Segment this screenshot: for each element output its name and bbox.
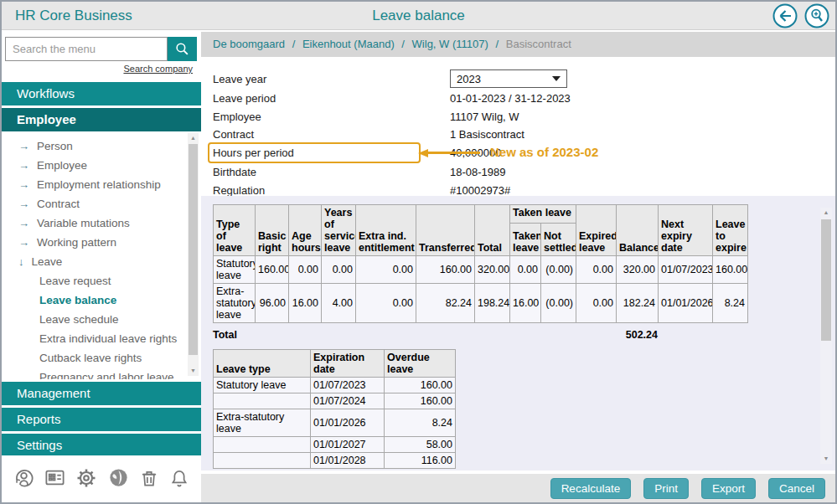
breadcrumb-company[interactable]: De boomgaard bbox=[213, 38, 285, 50]
settings-button[interactable] bbox=[75, 466, 98, 492]
scroll-up-icon[interactable]: ▲ bbox=[188, 133, 199, 143]
search-company-link[interactable]: Search company bbox=[123, 64, 193, 74]
leave-year-label: Leave year bbox=[213, 73, 450, 85]
sidebar: Search company Workflows Employee →Perso… bbox=[2, 30, 201, 502]
user-switch-icon bbox=[13, 466, 35, 489]
sidebar-item-leave-schedule[interactable]: Leave schedule bbox=[2, 310, 201, 329]
chevron-down-icon bbox=[552, 76, 561, 81]
print-button[interactable]: Print bbox=[643, 478, 689, 499]
search-icon bbox=[174, 41, 190, 57]
leave-period-label: Leave period bbox=[213, 92, 450, 105]
data-grid-icon bbox=[44, 466, 66, 489]
sidebar-item-person[interactable]: →Person bbox=[2, 136, 201, 156]
breadcrumb: De boomgaard / Eikenhout (Maand) / Wilg,… bbox=[201, 32, 835, 57]
regulation-label: Regulation bbox=[213, 184, 450, 197]
sidebar-item-leave-request[interactable]: Leave request bbox=[2, 271, 201, 291]
sidebar-item-employment-relationship[interactable]: →Employment relationship bbox=[2, 175, 201, 194]
sidebar-item-extra-individual-leave-rights[interactable]: Extra individual leave rights bbox=[2, 329, 201, 348]
search-button[interactable] bbox=[168, 37, 197, 61]
sidebar-section-workflows[interactable]: Workflows bbox=[2, 82, 201, 105]
contract-label: Contract bbox=[213, 128, 450, 141]
magnifier-plus-icon bbox=[804, 3, 829, 28]
col-years-of-service-leave: Years of service leave bbox=[322, 205, 356, 256]
sidebar-item-variable-mutations[interactable]: →Variable mutations bbox=[2, 213, 201, 233]
sidebar-section-management[interactable]: Management bbox=[2, 382, 201, 405]
col-group-taken-leave: Taken leave bbox=[510, 205, 576, 224]
employee-value: 11107 Wilg, W bbox=[450, 111, 519, 123]
content-scrollbar[interactable]: ▲ ▼ bbox=[820, 208, 832, 464]
arrow-right-icon: → bbox=[18, 217, 29, 229]
table-row: Statutory leave 01/07/2023 160.00 bbox=[214, 378, 456, 393]
col-age-hours: Age hours bbox=[289, 205, 322, 256]
app-window: HR Core Business Leave balance bbox=[0, 0, 837, 504]
col-total: Total bbox=[475, 205, 510, 256]
form-row-birthdate: Birthdate 18-08-1989 bbox=[213, 163, 835, 182]
notifications-button[interactable] bbox=[168, 467, 190, 491]
table-row: Extra-statutory leave 01/01/2026 8.24 bbox=[214, 409, 456, 437]
arrow-right-icon: → bbox=[18, 236, 29, 249]
scroll-down-icon[interactable]: ▼ bbox=[820, 454, 832, 464]
col-overdue-leave: Overdue leave bbox=[385, 350, 456, 378]
content-scrollbar-thumb[interactable] bbox=[821, 219, 831, 341]
globe-button[interactable] bbox=[107, 466, 130, 491]
data-grid-button[interactable] bbox=[44, 466, 66, 491]
sidebar-item-leave[interactable]: ↓Leave bbox=[2, 252, 201, 271]
col-expiration-date: Expiration date bbox=[311, 350, 385, 378]
sidebar-scrollbar-thumb[interactable] bbox=[189, 144, 198, 355]
regulation-value: #10002973# bbox=[450, 184, 510, 197]
table-row: 01/07/2024 160.00 bbox=[214, 393, 456, 409]
back-arrow-icon bbox=[772, 3, 798, 28]
breadcrumb-department[interactable]: Eikenhout (Maand) bbox=[302, 38, 395, 50]
leave-balance-table: Type of leave Basic right Age hours Year… bbox=[213, 204, 748, 323]
scroll-down-icon[interactable]: ▼ bbox=[188, 366, 199, 376]
col-balance: Balance bbox=[617, 205, 659, 256]
col-basic-right: Basic right bbox=[256, 205, 289, 256]
sidebar-section-reports[interactable]: Reports bbox=[2, 408, 201, 431]
top-header-bar: HR Core Business Leave balance bbox=[2, 2, 835, 30]
app-title: HR Core Business bbox=[15, 8, 132, 24]
form-row-leave-period: Leave period 01-01-2023 / 31-12-2023 bbox=[213, 90, 835, 108]
sidebar-section-employee[interactable]: Employee bbox=[2, 108, 201, 131]
tables-panel: Type of leave Basic right Age hours Year… bbox=[201, 196, 835, 471]
col-expired-leave: Expired leave bbox=[576, 205, 617, 256]
sidebar-item-pregnancy-and-labor-leave[interactable]: Pregnancy and labor leave bbox=[2, 368, 201, 379]
table-row-statutory: Statutory leave 160.00 0.00 0.00 0.00 16… bbox=[214, 256, 748, 284]
arrow-right-icon: → bbox=[18, 178, 29, 191]
sidebar-item-working-pattern[interactable]: →Working pattern bbox=[2, 233, 201, 252]
sidebar-scrollbar[interactable]: ▲ ▼ bbox=[188, 133, 199, 376]
birthdate-value: 18-08-1989 bbox=[450, 166, 506, 178]
employee-label: Employee bbox=[213, 111, 450, 123]
header-row-group: Type of leave Basic right Age hours Year… bbox=[214, 205, 748, 224]
user-switch-button[interactable] bbox=[13, 466, 35, 491]
back-button[interactable] bbox=[772, 3, 798, 28]
form-row-leave-year: Leave year 2023 bbox=[213, 68, 835, 90]
annotation-text: New as of 2023-02 bbox=[490, 145, 598, 159]
cancel-button[interactable]: Cancel bbox=[768, 478, 825, 499]
breadcrumb-employee[interactable]: Wilg, W (11107) bbox=[412, 38, 488, 50]
expiry-header-row: Leave type Expiration date Overdue leave bbox=[214, 350, 456, 378]
sidebar-item-employee[interactable]: →Employee bbox=[2, 156, 201, 175]
col-leave-to-expire: Leave to expire bbox=[713, 205, 748, 256]
sidebar-item-contract[interactable]: →Contract bbox=[2, 194, 201, 213]
leave-year-select[interactable]: 2023 bbox=[450, 69, 567, 88]
breadcrumb-separator: / bbox=[495, 38, 499, 50]
sidebar-item-cutback-leave-rights[interactable]: Cutback leave rights bbox=[2, 348, 201, 368]
form-row-hours-per-period: Hours per period 40,000000 New as of 202… bbox=[213, 144, 835, 162]
col-not-settled: Not settled bbox=[541, 224, 576, 256]
page-title: Leave balance bbox=[372, 8, 465, 24]
delete-button[interactable] bbox=[138, 467, 160, 491]
leave-period-value: 01-01-2023 / 31-12-2023 bbox=[450, 92, 571, 105]
recalculate-button[interactable]: Recalculate bbox=[550, 478, 632, 499]
breadcrumb-separator: / bbox=[401, 38, 405, 50]
sidebar-section-settings[interactable]: Settings bbox=[2, 434, 201, 457]
gear-icon bbox=[75, 466, 98, 490]
export-button[interactable]: Export bbox=[701, 478, 756, 499]
breadcrumb-separator: / bbox=[292, 38, 296, 50]
contract-value: 1 Basiscontract bbox=[450, 128, 524, 141]
zoom-button[interactable] bbox=[804, 3, 829, 28]
search-input[interactable] bbox=[5, 37, 168, 61]
sidebar-item-leave-balance[interactable]: Leave balance bbox=[2, 291, 201, 310]
arrow-right-icon: → bbox=[18, 198, 29, 210]
scroll-up-icon[interactable]: ▲ bbox=[820, 208, 832, 218]
arrow-right-icon: → bbox=[18, 159, 29, 172]
